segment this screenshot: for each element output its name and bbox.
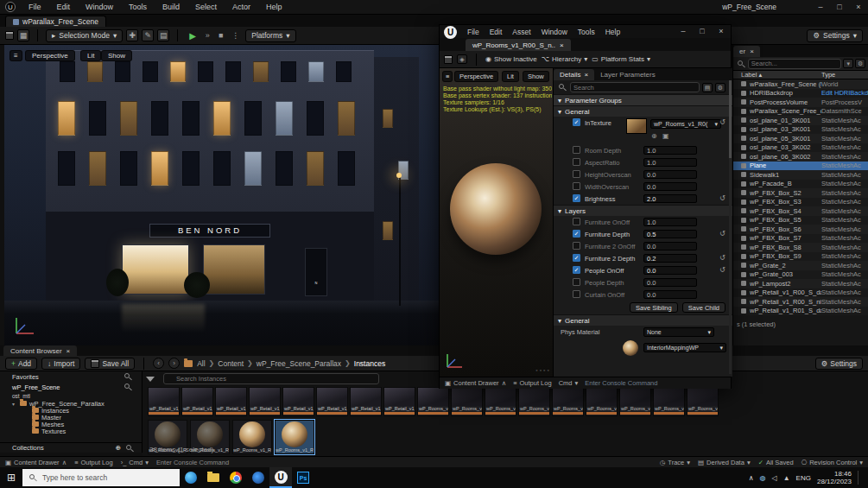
outliner-row[interactable]: wParallax_Scene_Free_data DatasmithSce <box>733 107 868 117</box>
taskbar-app-photoshop[interactable]: Ps <box>292 467 314 488</box>
tray-expand-icon[interactable]: ∧ <box>749 474 754 482</box>
outliner-row[interactable]: wP_FBX_Box_S3 StaticMeshAc <box>733 198 868 207</box>
breadcrumb-item[interactable]: ❯ Instances <box>345 359 385 368</box>
override-checkbox[interactable] <box>573 118 580 126</box>
taskbar-app-edge[interactable] <box>180 467 202 488</box>
outliner-row[interactable]: wP_Retail_v1_R01_S_day StaticMeshAc <box>733 307 868 316</box>
parent-material-combo[interactable]: InteriorMappingWP ▾ <box>643 343 726 352</box>
add-actor-icon[interactable]: ✚ <box>126 29 138 41</box>
save-sibling-button[interactable]: Save Sibling <box>630 302 678 313</box>
menu-item[interactable]: Asset <box>507 28 535 36</box>
favorites-header[interactable]: Favorites <box>0 371 142 382</box>
outliner-row[interactable]: wP_FBX_Box_S9 StaticMeshAc <box>733 252 868 262</box>
override-checkbox[interactable] <box>573 158 580 166</box>
override-checkbox[interactable] <box>573 170 580 178</box>
outliner-row[interactable]: wP_FBX_Box_S8 StaticMeshAc <box>733 243 868 252</box>
material-preview-viewport[interactable]: ≡ Perspective Lit Show Base pass shader … <box>440 68 554 377</box>
general-section-header[interactable]: ▾ General <box>554 105 732 117</box>
override-checkbox[interactable] <box>573 278 580 286</box>
tree-item[interactable]: ▾ Instances <box>0 407 142 414</box>
parameter-value-field[interactable]: 1.0 <box>643 218 697 226</box>
level-tab[interactable]: wParallax_Free_Scene <box>5 16 106 27</box>
settings-dropdown[interactable]: ⚙ Settings ▾ <box>807 29 863 42</box>
menu-item[interactable]: Edit <box>49 0 79 15</box>
layer-parameters-tab[interactable]: Layer Parameters <box>594 69 662 80</box>
mat-window-titlebar[interactable]: U FileEditAssetWindowToolsHelp – □ × <box>440 25 731 38</box>
parameter-value-field[interactable]: 0.0 <box>643 182 697 191</box>
asset-tile[interactable]: wP_Retail_v1_R02_S_day_2K <box>282 387 314 416</box>
menu-item[interactable]: File <box>462 28 485 36</box>
menu-item[interactable]: Window <box>78 0 121 15</box>
play-button[interactable]: ▶ <box>186 31 200 41</box>
output-log-button[interactable]: ≡ Output Log <box>74 459 113 466</box>
start-button[interactable]: ⊞ <box>0 467 22 488</box>
reset-icon[interactable]: ↺ <box>719 194 725 202</box>
outliner-row[interactable]: Plane StaticMeshAc <box>733 162 868 171</box>
menu-item[interactable]: Actor <box>225 0 258 15</box>
parameter-value-field[interactable]: 0.2 <box>643 254 697 263</box>
menu-item[interactable]: Help <box>600 28 625 36</box>
save-child-button[interactable]: Save Child <box>682 302 725 313</box>
outliner-row[interactable]: wP_Grate_003 StaticMeshAc <box>733 270 868 280</box>
all-saved-indicator[interactable]: ✓ All Saved <box>758 459 794 466</box>
selection-mode-dropdown[interactable]: ▸ Selection Mode ▾ <box>46 29 123 42</box>
outliner-row[interactable]: wP_Facade_B StaticMeshAc <box>733 180 868 189</box>
parameter-value-field[interactable]: 0.0 <box>643 266 697 275</box>
outliner-filter-icon[interactable]: ▾ <box>843 59 853 68</box>
asset-tile[interactable]: wP_Retail_v1_R03_S_day_2K <box>350 387 382 416</box>
language-indicator[interactable]: ENG <box>796 474 811 482</box>
close-icon[interactable]: × <box>584 71 588 79</box>
outliner-row[interactable]: osl_plane_05_3K001 StaticMeshAc <box>733 134 868 143</box>
outliner-row[interactable]: osl_plane_03_3K001 StaticMeshAc <box>733 125 868 135</box>
stop-button[interactable]: ■ <box>216 31 225 40</box>
parameter-value-field[interactable]: 1.0 <box>643 158 697 167</box>
asset-tile[interactable]: wP_Rooms_v1_R04_S_day_2K <box>687 387 719 416</box>
content-drawer-button[interactable]: ▣ Content Drawer ∧ <box>5 459 67 466</box>
add-button[interactable]: + Add <box>5 358 37 370</box>
content-browser-tab[interactable]: Content Browser × <box>3 345 77 356</box>
project-root-item[interactable]: wP_Free_Scene <box>0 382 142 392</box>
collections-header[interactable]: Collections ⊕ <box>0 442 142 453</box>
filter-icon[interactable] <box>146 377 155 382</box>
menu-item[interactable]: File <box>21 0 49 15</box>
perspective-dropdown[interactable]: Perspective <box>25 50 75 61</box>
save-icon[interactable] <box>5 31 14 40</box>
outliner-row[interactable]: osl_plane_06_3K002 StaticMeshAc <box>733 152 868 162</box>
close-icon[interactable]: × <box>560 41 564 49</box>
browse-icon[interactable]: ▣ <box>662 132 669 140</box>
platform-stats-dropdown[interactable]: ▭ Platform Stats ▾ <box>592 55 650 63</box>
menu-item[interactable]: Tools <box>573 28 600 36</box>
menu-item[interactable]: Select <box>187 0 225 15</box>
browse-to-asset-icon[interactable]: ◈ <box>457 54 467 64</box>
asset-tile[interactable]: wP_Retail_v1_R01_S_day_2K <box>215 387 247 416</box>
parameter-groups-header[interactable]: ▾ Parameter Groups <box>554 94 732 105</box>
volume-icon[interactable]: ◁ <box>772 474 777 482</box>
asset-tile[interactable]: wP_Rooms_v1_R01_S_night_2K <box>518 387 550 416</box>
show-dropdown[interactable]: Show <box>101 50 132 61</box>
menu-item[interactable]: Build <box>155 0 187 15</box>
outliner-row[interactable]: wP_Lampost2 StaticMeshAc <box>733 279 868 288</box>
tray-app-icon[interactable]: ◍ <box>760 474 766 482</box>
forward-button[interactable]: › <box>168 358 180 369</box>
lit-dropdown[interactable]: Lit <box>502 71 519 82</box>
outliner-search-input[interactable] <box>748 59 841 69</box>
menu-item[interactable]: Edit <box>485 28 508 36</box>
save-all-button[interactable]: Save All <box>85 358 135 370</box>
column-type[interactable]: Type <box>821 71 868 79</box>
tree-item[interactable]: ▾ Meshes <box>0 421 142 428</box>
add-collection-icon[interactable]: ⊕ <box>116 444 121 452</box>
reset-icon[interactable]: ↺ <box>719 254 725 262</box>
reset-icon[interactable]: ↺ <box>719 230 725 238</box>
parameter-value-field[interactable]: 0.0 <box>643 278 697 287</box>
asset-tile[interactable]: wP_Retail_v1_R01_S_night_2K <box>249 387 281 416</box>
skip-button[interactable]: » <box>203 31 212 40</box>
lit-dropdown[interactable]: Lit <box>80 50 101 61</box>
asset-tile[interactable]: wP_Rooms_v1_R00_S_night_2K <box>451 387 483 416</box>
revision-control-dropdown[interactable]: ⎔ Revision Control ▾ <box>801 459 863 466</box>
taskbar-app-store[interactable] <box>247 467 269 488</box>
use-selected-icon[interactable]: ⊕ <box>651 132 657 140</box>
outliner-row[interactable]: wP_FBX_Box_S2 StaticMeshAc <box>733 188 868 198</box>
reset-icon[interactable]: ↺ <box>719 118 725 126</box>
output-log-button[interactable]: ≡ Output Log <box>513 379 552 387</box>
texture-asset-combo[interactable]: wP_Rooms_v1_R0( ▾ <box>650 119 721 129</box>
